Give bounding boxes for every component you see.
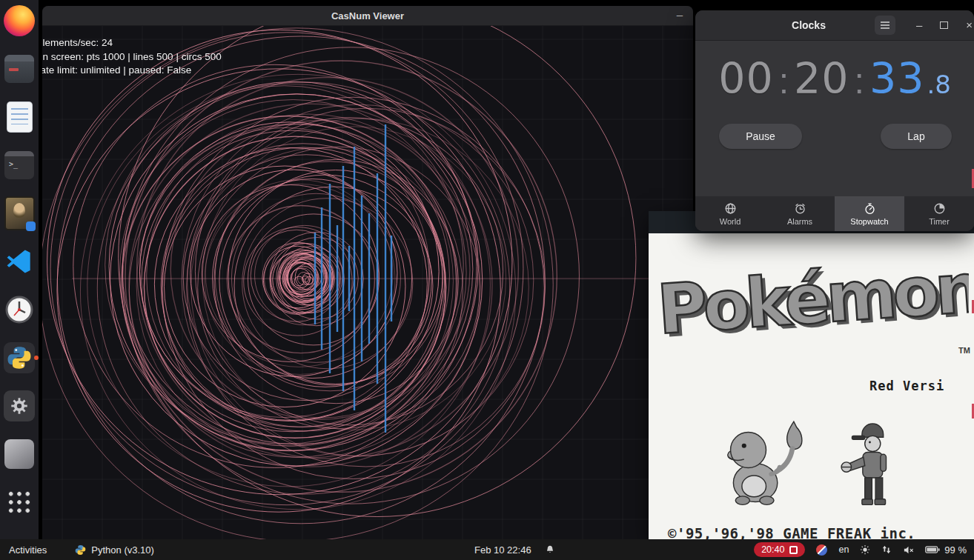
network-icon[interactable]: [881, 544, 892, 555]
dock-item-screenshot[interactable]: [3, 438, 36, 470]
version-label: Red Versi: [869, 379, 944, 393]
clocks-titlebar[interactable]: Clocks – ×: [695, 10, 974, 41]
globe-icon: [724, 202, 737, 215]
document-icon: [7, 102, 32, 132]
stats-overlay: elements/sec: 24 on screen: pts 1000 | l…: [42, 36, 222, 78]
time-separator: :: [779, 61, 789, 101]
app-grid-icon: [7, 490, 32, 515]
trademark-label: TM: [958, 346, 970, 355]
battery-percent-label: 99 %: [944, 544, 967, 556]
clocks-window-controls: – ×: [875, 16, 974, 35]
volume-muted-icon[interactable]: [903, 544, 914, 556]
tab-timer[interactable]: Timer: [904, 196, 974, 231]
tab-stopwatch[interactable]: Stopwatch: [835, 196, 904, 231]
stopwatch-minutes: 20: [794, 54, 849, 103]
battery-indicator[interactable]: 99 %: [925, 544, 967, 556]
spirograph-canvas: [42, 26, 693, 539]
battery-icon: [925, 545, 940, 554]
stopwatch-buttons: Pause Lap: [695, 103, 974, 149]
copyright-label: ©'95,'96,'98 GAME FREAK inc.: [668, 525, 915, 539]
files-icon: [4, 55, 34, 83]
stopwatch-icon: [864, 202, 876, 215]
alarm-icon: [794, 202, 806, 215]
stats-elements-per-sec: elements/sec: 24: [42, 36, 222, 50]
stopwatch-fraction: .8: [927, 70, 950, 99]
dock-item-documents[interactable]: [3, 101, 36, 133]
dock-item-vscode[interactable]: [3, 245, 36, 278]
tab-world[interactable]: World: [695, 196, 765, 231]
pause-button[interactable]: Pause: [719, 124, 802, 149]
dock-item-firefox[interactable]: [3, 4, 36, 37]
dock-item-clocks[interactable]: [3, 293, 36, 326]
taskbar-status-area: 20:40 en: [754, 542, 974, 557]
tab-label: Timer: [929, 217, 950, 226]
hamburger-menu-button[interactable]: [875, 16, 895, 35]
time-separator: :: [855, 61, 864, 101]
terminal-prompt-glyph: >_: [9, 160, 18, 168]
screenshot-tool-icon: [4, 439, 34, 469]
charmander-sprite: [728, 421, 802, 504]
input-language-label[interactable]: en: [838, 544, 849, 555]
dock: >_: [0, 0, 39, 539]
settings-gear-icon: [4, 390, 35, 421]
brightness-icon: [860, 544, 870, 555]
notification-bell-icon: [545, 544, 555, 555]
running-indicator-dot: [34, 356, 39, 360]
timer-icon: [933, 202, 946, 215]
close-icon[interactable]: ×: [966, 20, 973, 30]
minimize-icon[interactable]: –: [916, 20, 922, 30]
activities-button[interactable]: Activities: [0, 539, 56, 560]
stopwatch-seconds: 33: [869, 54, 925, 103]
datetime-label: Feb 10 22:46: [474, 544, 531, 556]
python-icon: [4, 342, 35, 373]
title-screen-sprites: [723, 420, 929, 516]
taskbar-clock[interactable]: Feb 10 22:46: [474, 544, 555, 556]
stats-on-screen: on screen: pts 1000 | lines 500 | circs …: [42, 50, 222, 64]
dock-item-show-applications[interactable]: [3, 486, 36, 519]
casnum-viewport: elements/sec: 24 on screen: pts 1000 | l…: [42, 26, 693, 539]
stopwatch-time-display: 00 : 20 : 33 .8: [695, 54, 974, 103]
firefox-icon: [4, 5, 35, 36]
terminal-icon: >_: [4, 151, 34, 179]
dock-item-terminal[interactable]: >_: [3, 149, 36, 181]
stop-recording-icon: [789, 546, 798, 554]
casnum-titlebar[interactable]: CasNum Viewer –: [42, 6, 693, 26]
dock-item-files[interactable]: [3, 53, 36, 85]
image-viewer-icon: [6, 198, 33, 229]
pokemon-logo: Pokémon Pokémon: [652, 248, 969, 359]
dock-item-image-viewer[interactable]: [3, 197, 36, 230]
clocks-view-switcher: World Alarms Stopwatch Timer: [695, 196, 974, 231]
lap-button[interactable]: Lap: [881, 124, 952, 149]
vscode-icon: [5, 247, 33, 276]
python-icon: [75, 544, 86, 556]
stats-rate-limit: rate limit: unlimited | paused: False: [42, 64, 222, 78]
maximize-box: [940, 21, 948, 29]
tab-label: World: [720, 217, 741, 226]
casnum-window-title: CasNum Viewer: [331, 10, 404, 21]
gameboy-screen: Pokémon Pokémon TM Red Versi: [649, 233, 974, 539]
pokemon-emulator-window: Pokémon Pokémon TM Red Versi: [649, 211, 974, 539]
taskbar: Activities Python (v3.10) Feb 10 22:46 2…: [0, 539, 974, 560]
recording-time-label: 20:40: [761, 544, 784, 555]
clocks-window: Clocks – × 00 : 20 : 33 .8 Pause Lap: [695, 10, 974, 231]
trainer-sprite: [841, 424, 886, 504]
tab-label: Alarms: [787, 217, 812, 226]
screen-recording-indicator[interactable]: 20:40: [754, 542, 805, 557]
casnum-window: CasNum Viewer – elements/sec: 24 on scre…: [42, 6, 693, 539]
tab-label: Stopwatch: [850, 217, 888, 226]
dock-item-settings[interactable]: [3, 390, 36, 422]
focused-app-indicator[interactable]: Python (v3.10): [75, 544, 154, 556]
hamburger-icon: [880, 21, 890, 30]
clock-app-icon: [4, 295, 34, 324]
dock-item-python[interactable]: [3, 341, 36, 374]
stopwatch-hours: 00: [718, 54, 774, 103]
tab-alarms[interactable]: Alarms: [765, 196, 835, 231]
input-method-icon[interactable]: [816, 544, 827, 556]
minimize-icon[interactable]: –: [677, 6, 683, 23]
focused-app-label: Python (v3.10): [91, 544, 154, 556]
maximize-icon[interactable]: [940, 20, 948, 30]
